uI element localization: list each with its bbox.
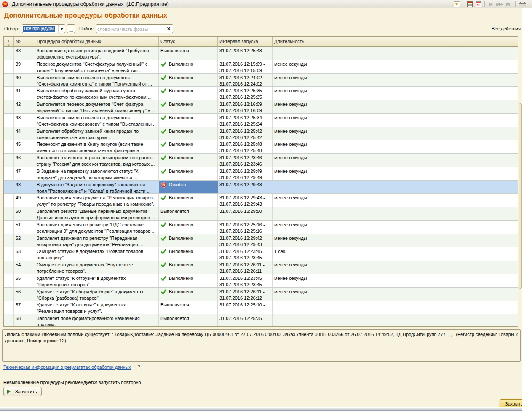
- table-body: 38Заполнение данныех регистра сведений "…: [4, 47, 518, 327]
- interval-cell: 31.07.2016 12:25:35 -31.07.2016 12:25:35: [218, 87, 273, 100]
- table-row[interactable]: 41Выполняет обработку записей журнала уч…: [4, 87, 518, 100]
- duration-cell: менее секунды: [273, 127, 518, 140]
- error-message-box: Запись с такими ключевыми полями существ…: [2, 329, 521, 362]
- status-cell: Выполнено: [159, 114, 218, 127]
- interval-cell: 31.07.2016 12:26:11 -31.07.2016 12:26:11: [218, 261, 273, 274]
- memory-minus-button[interactable]: M-: [506, 2, 511, 7]
- flag-cell: [4, 207, 14, 220]
- procedure-cell: Заполнение данныех регистра сведений "Тр…: [35, 47, 159, 60]
- procedure-cell: Выполняется замена ссылок на документы "…: [35, 114, 159, 127]
- procedure-cell: Перенос документов "Счет-фактуры получен…: [35, 60, 159, 73]
- calendar-icon[interactable]: 31: [474, 1, 482, 8]
- column-header-interval[interactable]: Интервал запуска: [218, 37, 273, 46]
- row-number-cell: 39: [14, 60, 35, 73]
- table-row[interactable]: 55Удаляет статус "К отгрузке" в документ…: [4, 274, 518, 288]
- scrollbar-thumb[interactable]: [519, 103, 522, 289]
- memory-recall-button[interactable]: M: [489, 2, 492, 7]
- flag-cell: [4, 247, 14, 261]
- interval-cell: 31.07.2016 12:23:45 -31.07.2016 12:23:45: [218, 274, 273, 287]
- procedure-cell: Заполняет движения по регистру "НДС сост…: [35, 221, 159, 234]
- interval-cell: 31.07.2016 12:26:11 -31.07.2016 12:26:12: [218, 288, 273, 301]
- procedure-cell: Удаляет статус "К отгрузке" в документах…: [35, 301, 159, 314]
- row-number-cell: 53: [14, 247, 35, 261]
- clear-search-icon[interactable]: ✕: [165, 25, 172, 32]
- run-button[interactable]: Запустить: [3, 387, 42, 396]
- table-row[interactable]: 54Очищает статусы в документах "Внутренн…: [4, 261, 518, 274]
- interval-cell: 31.07.2016 12:29:43 -: [218, 181, 273, 194]
- row-number-cell: 40: [14, 74, 35, 87]
- interval-cell: 31.07.2016 12:23:45 -31.07.2016 12:23:45: [218, 247, 273, 261]
- flag-cell: [4, 60, 14, 73]
- table-row[interactable]: 44Выполняет обработку записей книги прод…: [4, 127, 518, 141]
- filter-selected-value: Все процедуры: [23, 26, 55, 32]
- table-row[interactable]: 43Выполняется замена ссылок на документы…: [4, 114, 518, 127]
- table-row[interactable]: 48В документе "Задание на перевозку" зап…: [4, 181, 518, 194]
- memory-plus-button[interactable]: M+: [496, 2, 503, 7]
- interval-cell: 31.07.2016 12:23:46 -31.07.2016 12:23:46: [218, 154, 273, 167]
- favorites-star-icon[interactable]: ★: [453, 1, 460, 8]
- table-row[interactable]: 51Заполняет движения по регистру "НДС со…: [4, 221, 518, 234]
- duration-cell: менее секунды: [273, 100, 518, 113]
- duration-cell: менее секунды: [273, 194, 518, 207]
- row-number-cell: 52: [14, 234, 35, 247]
- row-number-cell: 51: [14, 221, 35, 234]
- table-row[interactable]: 47В Задании на перевозку заполняются ста…: [4, 167, 518, 181]
- flag-cell: [4, 100, 14, 113]
- table-row[interactable]: 39Перенос документов "Счет-фактуры получ…: [4, 60, 518, 74]
- interval-cell: 31.07.2016 12:25:16 -31.07.2016 12:25:16: [218, 221, 273, 234]
- flag-cell: [4, 181, 14, 194]
- column-header-procedure[interactable]: Процедура обработки данных: [35, 37, 159, 46]
- duration-cell: менее секунды: [273, 140, 518, 153]
- procedure-cell: Удаляет статус "К отгрузке" в документах…: [35, 274, 159, 287]
- table-row[interactable]: 52Заполняет движения по регистру "Переда…: [4, 234, 518, 248]
- status-cell: Выполняется: [159, 207, 218, 220]
- column-header-duration[interactable]: Длительность: [273, 37, 518, 46]
- flag-cell: [4, 314, 14, 327]
- procedure-cell: В документе "Задание на перевозку" запол…: [35, 181, 159, 194]
- status-cell: Выполнено: [159, 154, 218, 167]
- table-row[interactable]: 50Заполняет регистр "Данные первичных до…: [4, 207, 518, 221]
- procedure-cell: Очищает статусы в документах "Внутреннее…: [35, 261, 159, 274]
- procedure-cell: Выполняет обработку записей книги продаж…: [35, 127, 159, 140]
- technical-info-link[interactable]: Техническая информация о результатах обр…: [3, 365, 131, 370]
- table-row[interactable]: 40Выполняется замена ссылок на документы…: [4, 74, 518, 87]
- status-cell: Выполнено: [159, 100, 218, 113]
- status-cell: Выполнено: [159, 167, 218, 180]
- interval-cell: 31.07.2016 12:29:43 -31.07.2016 12:29:43: [218, 194, 273, 207]
- status-cell: Выполнено: [159, 261, 218, 274]
- status-cell: Выполнено: [159, 194, 218, 207]
- procedure-cell: Выполняется замена ссылок на документы "…: [35, 74, 159, 87]
- status-cell: Выполнено: [159, 247, 218, 261]
- flag-cell: [4, 127, 14, 140]
- search-box: ✕: [96, 24, 173, 33]
- table-row[interactable]: 49Заполняет движения документа "Реализац…: [4, 194, 518, 207]
- table-row[interactable]: 46Заполняет в качестве страны регистраци…: [4, 154, 518, 167]
- table-row[interactable]: 57Удаляет статус "К отгрузке" в документ…: [4, 301, 518, 314]
- status-cell: Выполняется: [159, 314, 218, 327]
- table-row[interactable]: 45Переносит движения в Книгу покупок (ес…: [4, 140, 518, 154]
- duration-cell: [273, 47, 518, 60]
- table-row[interactable]: 38Заполнение данныех регистра сведений "…: [4, 47, 518, 60]
- search-input[interactable]: [97, 26, 163, 32]
- duration-cell: менее секунды: [273, 154, 518, 167]
- chevron-down-icon[interactable]: [58, 25, 65, 33]
- column-header-num[interactable]: №: [14, 37, 35, 46]
- table-row[interactable]: 53Очищает статусы в документах "Возврат …: [4, 247, 518, 261]
- flag-cell: [4, 74, 14, 87]
- help-icon[interactable]: ?: [136, 364, 142, 370]
- vertical-scrollbar[interactable]: [519, 36, 522, 327]
- status-cell: Выполняется: [159, 301, 218, 314]
- table-row[interactable]: 56Удаляет статус "К сборке/разборке" в д…: [4, 288, 518, 301]
- calculator-icon[interactable]: [466, 1, 473, 8]
- interval-cell: 31.07.2016 12:25:42 -31.07.2016 12:25:42: [218, 127, 273, 140]
- column-header-flag[interactable]: !o: [4, 37, 14, 46]
- all-actions-button[interactable]: Все действия: [492, 26, 521, 31]
- filter-combobox[interactable]: Все процедуры: [22, 24, 65, 33]
- interval-cell: 31.07.2016 12:25:48 -31.07.2016 12:25:48: [218, 140, 273, 153]
- filter-more-button[interactable]: ...: [67, 24, 75, 33]
- table-row[interactable]: 58Заполняет поле форматированного назнач…: [4, 314, 518, 327]
- table-row[interactable]: 42Выполняется перенос документов "Счет-ф…: [4, 100, 518, 114]
- column-header-status[interactable]: Статус: [159, 37, 218, 46]
- interval-cell: 31.07.2016 12:29:42 -31.07.2016 12:29:43: [218, 234, 273, 247]
- printer-icon[interactable]: [518, 1, 526, 8]
